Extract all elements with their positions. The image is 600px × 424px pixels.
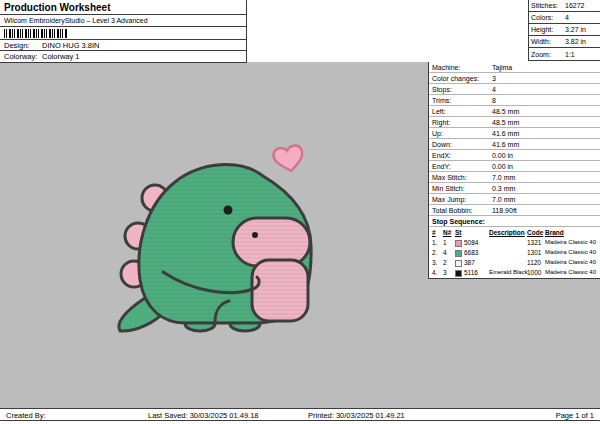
machine-label: Min Stitch: — [432, 185, 465, 192]
summary-row-colors: Colors: 4 — [529, 12, 600, 24]
machine-label: Stops: — [432, 86, 452, 93]
machine-row: Machine:Tajima — [429, 62, 600, 73]
machine-label: Color changes: — [432, 75, 479, 82]
machine-value: 0.3 mm — [492, 185, 515, 192]
summary-label: Height: — [531, 26, 565, 33]
machine-row: Total Bobbin:118.90ft — [429, 205, 600, 216]
summary-value: 16272 — [565, 2, 584, 9]
thread-swatch — [455, 270, 462, 277]
machine-row: EndX:0.00 in — [429, 150, 600, 161]
colorway-row: Colorway: Colorway 1 — [0, 51, 246, 62]
machine-value: 118.90ft — [492, 207, 517, 214]
summary-value: 4 — [565, 14, 569, 21]
machine-row: Left:48.5 mm — [429, 106, 600, 117]
machine-value: 0.00 in — [492, 152, 513, 159]
stitch-count: 387 — [464, 259, 475, 266]
summary-label: Width: — [531, 38, 565, 45]
stop-num: 1. — [432, 239, 437, 246]
design-value: DINO HUG 3.8IN — [42, 41, 100, 50]
stitch-count: 5084 — [464, 239, 478, 246]
stop-num: 4. — [432, 269, 437, 276]
machine-value: 7.0 mm — [492, 174, 515, 181]
summary-row-width: Width: 3.82 in — [529, 36, 600, 48]
thread-brand: Madeira Classic 40 — [545, 239, 596, 245]
stop-sequence-row: 2. 4 6683 1301 Madeira Classic 40 — [429, 248, 600, 258]
machine-label: Right: — [432, 119, 450, 126]
stop-sequence-row: 1. 1 5084 1321 Madeira Classic 40 — [429, 238, 600, 248]
summary-label: Zoom: — [531, 51, 565, 58]
barcode-row — [0, 27, 246, 40]
machine-value: 0.00 in — [492, 163, 513, 170]
stop-num: 2. — [432, 249, 437, 256]
stop-num: 3. — [432, 259, 437, 266]
summary-row-height: Height: 3.27 in — [529, 24, 600, 36]
thread-code: 1120 — [527, 259, 541, 266]
needle-num: 4 — [443, 249, 447, 256]
summary-label: Stitches: — [531, 2, 565, 9]
machine-row: Max Stitch:7.0 mm — [429, 172, 600, 183]
machine-label: Left: — [432, 108, 446, 115]
needle-num: 3 — [443, 269, 447, 276]
machine-value: 48.5 mm — [492, 108, 519, 115]
col-header-brand: Brand — [545, 229, 564, 236]
created-by-label: Created By: — [6, 411, 46, 420]
colorway-value: Colorway 1 — [42, 52, 80, 61]
machine-label: EndY: — [432, 163, 451, 170]
production-worksheet-page: Production Worksheet Wilcom EmbroiderySt… — [0, 0, 600, 424]
colorway-label: Colorway: — [4, 52, 42, 61]
machine-label: Max Stitch: — [432, 174, 467, 181]
machine-value: 48.5 mm — [492, 119, 519, 126]
summary-value: 3.82 in — [565, 38, 586, 45]
thread-description: Emerald Black — [489, 269, 528, 275]
machine-label: Total Bobbin: — [432, 207, 472, 214]
machine-value: 3 — [492, 75, 496, 82]
thread-brand: Madeira Classic 40 — [545, 249, 596, 255]
thread-swatch — [455, 250, 462, 257]
machine-row: EndY:0.00 in — [429, 161, 600, 172]
design-row: Design: DINO HUG 3.8IN — [0, 40, 246, 51]
machine-label: Up: — [432, 130, 443, 137]
machine-info-panel: Machine:Tajima Color changes:3 Stops:4 T… — [428, 62, 600, 279]
summary-value: 3.27 in — [565, 26, 586, 33]
machine-row: Stops:4 — [429, 84, 600, 95]
machine-value: Tajima — [492, 64, 512, 71]
machine-row: Down:41.6 mm — [429, 139, 600, 150]
machine-label: Trims: — [432, 97, 451, 104]
stop-sequence-title: Stop Sequence: — [429, 216, 600, 227]
printed-text: Printed: 30/03/2025 01.49.21 — [308, 411, 405, 420]
stitch-count: 5116 — [464, 269, 478, 276]
machine-value: 41.6 mm — [492, 130, 519, 137]
page-title: Production Worksheet — [0, 0, 246, 15]
machine-row: Min Stitch:0.3 mm — [429, 183, 600, 194]
barcode — [4, 29, 68, 38]
machine-label: Down: — [432, 141, 452, 148]
needle-num: 2 — [443, 259, 447, 266]
app-subtitle: Wilcom EmbroideryStudio – Level 3 Advanc… — [0, 15, 246, 27]
thread-swatch — [455, 260, 462, 267]
machine-value: 41.6 mm — [492, 141, 519, 148]
machine-label: EndX: — [432, 152, 451, 159]
machine-label: Max Jump: — [432, 196, 466, 203]
machine-row: Up:41.6 mm — [429, 128, 600, 139]
last-saved-text: Last Saved: 30/03/2025 01.49.18 — [148, 411, 259, 420]
dino-eye — [224, 206, 233, 215]
stitch-count: 6683 — [464, 249, 478, 256]
summary-box: Stitches: 16272 Colors: 4 Height: 3.27 i… — [528, 0, 600, 61]
worksheet-header: Production Worksheet Wilcom EmbroiderySt… — [0, 0, 247, 63]
heart-icon — [272, 144, 305, 173]
dino-hug-design — [105, 140, 335, 340]
footer: Created By: Last Saved: 30/03/2025 01.49… — [0, 408, 600, 421]
thread-brand: Madeira Classic 40 — [545, 259, 596, 265]
machine-value: 8 — [492, 97, 496, 104]
stop-sequence-header: # N# St Description Code Brand — [429, 227, 600, 238]
dino-belly-stitch-texture — [252, 260, 308, 321]
thread-code: 1321 — [527, 239, 541, 246]
col-header-description: Description — [489, 229, 525, 236]
summary-row-stitches: Stitches: 16272 — [529, 0, 600, 12]
col-header-stitches: St — [455, 229, 462, 236]
machine-row: Right:48.5 mm — [429, 117, 600, 128]
thread-brand: Madeira Classic 40 — [545, 269, 596, 275]
summary-label: Colors: — [531, 14, 565, 21]
page-indicator: Page 1 of 1 — [556, 411, 594, 420]
thread-code: 1301 — [527, 249, 541, 256]
